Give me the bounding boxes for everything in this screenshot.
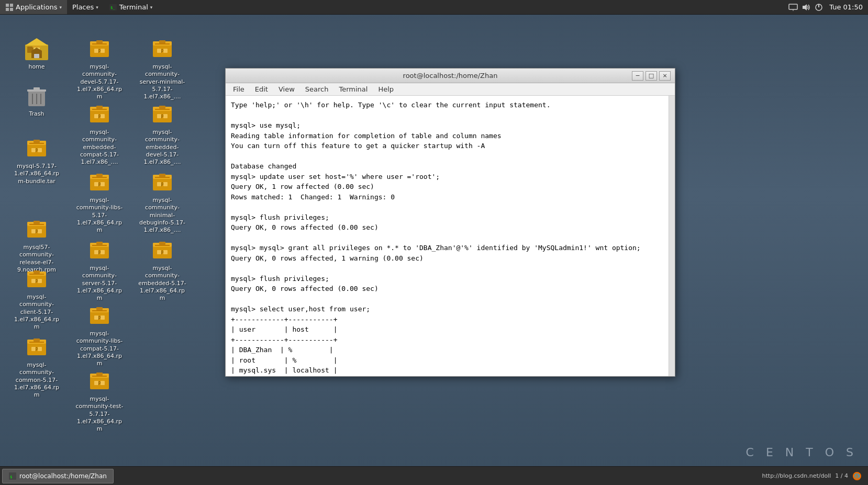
desktop-icon-pkg3[interactable]: RPM mysql-5.7.17-1.el7.x86_64.rpm-bundle… [10,133,63,187]
menu-view[interactable]: View [273,83,300,95]
svg-rect-51 [101,114,105,118]
svg-rect-41 [29,143,44,144]
svg-rect-15 [32,46,41,48]
svg-rect-79 [163,182,168,186]
svg-rect-37 [163,49,168,53]
desktop-icon-pkg1[interactable]: RPM mysql-community-devel-5.7.17-1.el7.x… [73,34,126,103]
pkg9-label: mysql-community-client-5.17-1.el7.x86_64… [13,294,61,331]
applications-menu[interactable]: Applications ▾ [0,0,67,14]
svg-rect-72 [101,182,105,186]
svg-rect-69 [92,177,107,178]
svg-rect-50 [94,114,98,118]
taskbar-app-button[interactable]: $ root@localhost:/home/Zhan [2,469,114,483]
desktop-icon-pkg14[interactable]: RPM mysql-community-test-5.7.17-1.el7.x8… [73,366,126,435]
desktop-icon-pkg12[interactable]: RPM mysql-community-common-5.17-1.el7.x8… [10,332,63,401]
svg-rect-92 [94,250,98,254]
close-button[interactable]: × [659,71,671,81]
terminal-menu[interactable]: $_ Terminal ▾ [104,0,158,14]
svg-rect-118 [92,376,107,377]
pkg8-label: mysql-community-minimal-debuginfo-5.17-1… [138,197,186,234]
pkg6-icon: RPM [24,217,49,242]
terminal-icon: $_ [109,3,117,12]
pkg1-label: mysql-community-devel-5.7.17-1.el7.x86_6… [75,63,124,100]
svg-rect-62 [29,224,44,225]
pkg3-label: mysql-5.7.17-1.el7.x86_64.rpm-bundle.tar [13,163,61,185]
svg-rect-61 [34,221,40,224]
system-tray [788,3,823,12]
svg-rect-40 [34,140,40,143]
desktop-icon-pkg11[interactable]: RPM mysql-community-embedded-5.17-1.el7.… [136,235,188,304]
desktop-icon-pkg2[interactable]: RPM mysql-community-server-minimal-5.7.1… [136,34,188,103]
svg-rect-104 [29,342,44,343]
svg-rect-107 [38,347,42,351]
window-controls: − □ × [632,71,671,81]
svg-rect-43 [31,148,36,152]
svg-rect-89 [96,242,103,245]
trash-icon-label: Trash [29,110,44,118]
svg-rect-71 [94,182,98,186]
svg-rect-55 [155,109,170,110]
taskbar-bottom-right: http://blog.csdn.net/doll 1 / 4 [762,471,866,481]
firefox-icon[interactable] [852,471,862,481]
svg-rect-111 [92,310,107,311]
menu-terminal[interactable]: Terminal [333,83,373,95]
svg-rect-90 [92,245,107,246]
places-menu[interactable]: Places ▾ [67,0,104,14]
desktop-icon-pkg5[interactable]: RPM mysql-community-embedded-devel-5.17-… [136,99,188,168]
maximize-button[interactable]: □ [646,71,657,81]
applications-icon [5,3,14,12]
desktop-icon-pkg13[interactable]: RPM mysql-community-libs-compat-5.17-1.e… [73,301,126,369]
menu-search[interactable]: Search [300,83,334,95]
desktop-icon-pkg7[interactable]: RPM mysql-community-libs-5.17-1.el7.x86_… [73,167,126,236]
pkg5-label: mysql-community-embedded-devel-5.17-1.el… [138,129,186,166]
volume-icon [802,4,810,11]
svg-rect-117 [96,373,103,376]
pkg3-icon: RPM [24,136,49,161]
desktop-icon-pkg8[interactable]: RPM mysql-community-minimal-debuginfo-5.… [136,167,188,236]
pkg1-icon: RPM [87,36,112,61]
taskbar-page: 1 / 4 [835,472,848,479]
svg-rect-83 [29,274,44,275]
taskbar-bottom: $ root@localhost:/home/Zhan http://blog.… [0,466,868,485]
terminal-body: Type 'help;' or '\h' for help. Type '\c'… [226,96,675,376]
pkg11-icon: RPM [150,238,175,263]
svg-rect-99 [157,250,161,254]
svg-rect-121 [101,381,105,385]
svg-rect-110 [96,307,103,310]
svg-rect-68 [96,174,103,177]
svg-rect-96 [159,242,165,245]
svg-rect-44 [38,148,42,152]
terminal-label: Terminal [119,3,148,11]
taskbar-terminal-icon: $ [9,472,16,480]
svg-rect-57 [157,114,161,118]
menu-edit[interactable]: Edit [250,83,273,95]
taskbar-url: http://blog.csdn.net/doll [762,472,831,479]
home-folder-icon [24,36,49,61]
desktop: Applications ▾ Places ▾ $_ Terminal ▾ [0,0,868,485]
pkg12-label: mysql-community-common-5.17-1.el7.x86_64… [13,362,61,399]
menu-file[interactable]: File [228,83,250,95]
svg-rect-103 [34,339,40,342]
pkg7-icon: RPM [87,170,112,195]
pkg2-label: mysql-community-server-minimal-5.7.17-1.… [138,63,186,100]
desktop-icon-pkg9[interactable]: RPM mysql-community-client-5.17-1.el7.x8… [10,264,63,333]
desktop-icon-home[interactable]: home [10,34,63,73]
menu-help[interactable]: Help [373,83,399,95]
power-icon[interactable] [815,3,823,12]
taskbar-top-right: Tue 01:50 [788,3,868,12]
desktop-icon-pkg4[interactable]: RPM mysql-community-embedded-compat-5.17… [73,99,126,168]
places-label: Places [72,3,94,11]
svg-rect-29 [94,49,98,53]
minimize-button[interactable]: − [632,71,643,81]
pkg8-icon: RPM [150,170,175,195]
svg-rect-48 [92,109,107,110]
desktop-icon-trash[interactable]: Trash [10,81,63,120]
svg-rect-100 [163,250,168,254]
svg-text:$_: $_ [110,6,115,10]
svg-rect-113 [94,315,98,320]
terminal-content[interactable]: Type 'help;' or '\h' for help. Type '\c'… [226,96,669,376]
terminal-scrollbar[interactable] [669,96,675,376]
svg-rect-17 [34,54,39,58]
svg-rect-3 [10,8,13,11]
desktop-icon-pkg10[interactable]: RPM mysql-community-server-5.17-1.el7.x8… [73,235,126,304]
